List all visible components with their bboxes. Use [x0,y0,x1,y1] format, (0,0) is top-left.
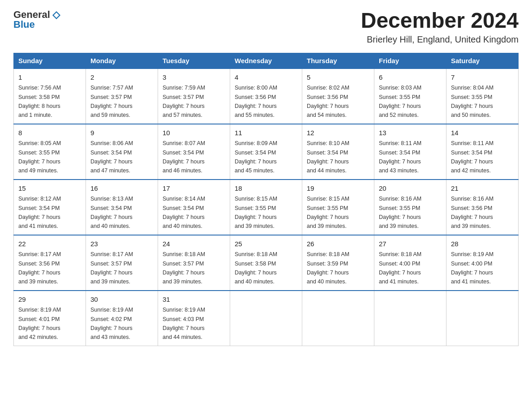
calendar-table: SundayMondayTuesdayWednesdayThursdayFrid… [13,53,519,346]
month-title: December 2024 [361,9,519,33]
day-number: 3 [163,73,225,83]
day-number: 21 [451,184,514,194]
calendar-cell: 3 Sunrise: 7:59 AMSunset: 3:57 PMDayligh… [158,68,230,124]
day-number: 18 [235,184,297,194]
day-info: Sunrise: 8:09 AMSunset: 3:54 PMDaylight:… [235,140,277,174]
calendar-cell: 20 Sunrise: 8:16 AMSunset: 3:55 PMDaylig… [374,180,446,235]
weekday-header-saturday: Saturday [446,53,519,68]
day-info: Sunrise: 8:19 AMSunset: 4:01 PMDaylight:… [18,307,61,340]
day-info: Sunrise: 8:14 AMSunset: 3:54 PMDaylight:… [163,196,205,229]
calendar-cell: 1 Sunrise: 7:56 AMSunset: 3:58 PMDayligh… [14,68,86,124]
day-number: 25 [235,239,297,249]
calendar-cell: 12 Sunrise: 8:10 AMSunset: 3:54 PMDaylig… [302,124,374,180]
calendar-cell: 4 Sunrise: 8:00 AMSunset: 3:56 PMDayligh… [230,68,302,124]
day-info: Sunrise: 8:19 AMSunset: 4:02 PMDaylight:… [90,307,133,340]
calendar-cell: 21 Sunrise: 8:16 AMSunset: 3:56 PMDaylig… [446,180,519,235]
day-info: Sunrise: 8:18 AMSunset: 3:59 PMDaylight:… [307,251,349,285]
day-info: Sunrise: 8:06 AMSunset: 3:54 PMDaylight:… [90,140,133,174]
day-number: 7 [451,73,514,83]
day-info: Sunrise: 8:02 AMSunset: 3:56 PMDaylight:… [307,85,349,118]
day-number: 6 [379,73,442,83]
day-number: 9 [90,128,153,138]
day-info: Sunrise: 8:17 AMSunset: 3:56 PMDaylight:… [18,251,61,285]
day-number: 22 [18,239,81,249]
day-number: 8 [18,128,81,138]
day-info: Sunrise: 8:17 AMSunset: 3:57 PMDaylight:… [90,251,133,285]
title-block: December 2024 Brierley Hill, England, Un… [361,9,519,45]
day-info: Sunrise: 7:57 AMSunset: 3:57 PMDaylight:… [90,85,133,118]
day-number: 5 [307,73,369,83]
calendar-cell: 24 Sunrise: 8:18 AMSunset: 3:57 PMDaylig… [158,235,230,291]
day-info: Sunrise: 8:04 AMSunset: 3:55 PMDaylight:… [451,85,493,118]
day-info: Sunrise: 7:59 AMSunset: 3:57 PMDaylight:… [163,85,205,118]
calendar-cell [374,291,446,346]
day-number: 1 [18,73,81,83]
day-info: Sunrise: 8:12 AMSunset: 3:54 PMDaylight:… [18,196,61,229]
calendar-cell: 25 Sunrise: 8:18 AMSunset: 3:58 PMDaylig… [230,235,302,291]
day-number: 31 [163,295,225,305]
calendar-cell: 15 Sunrise: 8:12 AMSunset: 3:54 PMDaylig… [14,180,86,235]
day-number: 2 [90,73,153,83]
calendar-cell: 9 Sunrise: 8:06 AMSunset: 3:54 PMDayligh… [86,124,158,180]
calendar-week-row: 15 Sunrise: 8:12 AMSunset: 3:54 PMDaylig… [14,180,519,235]
day-number: 27 [379,239,442,249]
calendar-cell: 22 Sunrise: 8:17 AMSunset: 3:56 PMDaylig… [14,235,86,291]
day-info: Sunrise: 8:18 AMSunset: 3:58 PMDaylight:… [235,251,277,285]
calendar-cell: 26 Sunrise: 8:18 AMSunset: 3:59 PMDaylig… [302,235,374,291]
calendar-cell: 29 Sunrise: 8:19 AMSunset: 4:01 PMDaylig… [14,291,86,346]
location-text: Brierley Hill, England, United Kingdom [361,34,519,45]
calendar-cell: 23 Sunrise: 8:17 AMSunset: 3:57 PMDaylig… [86,235,158,291]
day-info: Sunrise: 8:10 AMSunset: 3:54 PMDaylight:… [307,140,349,174]
calendar-cell: 2 Sunrise: 7:57 AMSunset: 3:57 PMDayligh… [86,68,158,124]
day-info: Sunrise: 8:15 AMSunset: 3:55 PMDaylight:… [307,196,349,229]
day-number: 10 [163,128,225,138]
calendar-cell: 18 Sunrise: 8:15 AMSunset: 3:55 PMDaylig… [230,180,302,235]
day-number: 30 [90,295,153,305]
day-info: Sunrise: 8:03 AMSunset: 3:55 PMDaylight:… [379,85,421,118]
calendar-week-row: 22 Sunrise: 8:17 AMSunset: 3:56 PMDaylig… [14,235,519,291]
logo-flag-icon [51,10,61,20]
calendar-cell [230,291,302,346]
weekday-header-friday: Friday [374,53,446,68]
day-info: Sunrise: 8:11 AMSunset: 3:54 PMDaylight:… [451,140,493,174]
day-number: 16 [90,184,153,194]
day-info: Sunrise: 8:15 AMSunset: 3:55 PMDaylight:… [235,196,277,229]
calendar-cell: 5 Sunrise: 8:02 AMSunset: 3:56 PMDayligh… [302,68,374,124]
calendar-cell [446,291,519,346]
day-number: 13 [379,128,442,138]
calendar-cell: 17 Sunrise: 8:14 AMSunset: 3:54 PMDaylig… [158,180,230,235]
logo-blue-text: Blue [13,19,35,30]
calendar-cell: 6 Sunrise: 8:03 AMSunset: 3:55 PMDayligh… [374,68,446,124]
day-number: 17 [163,184,225,194]
day-number: 20 [379,184,442,194]
day-info: Sunrise: 8:16 AMSunset: 3:55 PMDaylight:… [379,196,421,229]
calendar-cell: 7 Sunrise: 8:04 AMSunset: 3:55 PMDayligh… [446,68,519,124]
calendar-week-row: 1 Sunrise: 7:56 AMSunset: 3:58 PMDayligh… [14,68,519,124]
day-number: 15 [18,184,81,194]
day-info: Sunrise: 8:19 AMSunset: 4:00 PMDaylight:… [451,251,493,285]
day-number: 23 [90,239,153,249]
calendar-cell: 19 Sunrise: 8:15 AMSunset: 3:55 PMDaylig… [302,180,374,235]
calendar-cell: 30 Sunrise: 8:19 AMSunset: 4:02 PMDaylig… [86,291,158,346]
day-info: Sunrise: 8:00 AMSunset: 3:56 PMDaylight:… [235,85,277,118]
day-number: 4 [235,73,297,83]
day-number: 14 [451,128,514,138]
day-info: Sunrise: 8:18 AMSunset: 4:00 PMDaylight:… [379,251,421,285]
weekday-header-thursday: Thursday [302,53,374,68]
day-info: Sunrise: 8:07 AMSunset: 3:54 PMDaylight:… [163,140,205,174]
calendar-cell: 28 Sunrise: 8:19 AMSunset: 4:00 PMDaylig… [446,235,519,291]
day-number: 29 [18,295,81,305]
calendar-cell: 10 Sunrise: 8:07 AMSunset: 3:54 PMDaylig… [158,124,230,180]
calendar-cell: 31 Sunrise: 8:19 AMSunset: 4:03 PMDaylig… [158,291,230,346]
calendar-week-row: 29 Sunrise: 8:19 AMSunset: 4:01 PMDaylig… [14,291,519,346]
calendar-cell: 8 Sunrise: 8:05 AMSunset: 3:55 PMDayligh… [14,124,86,180]
calendar-cell [302,291,374,346]
calendar-cell: 11 Sunrise: 8:09 AMSunset: 3:54 PMDaylig… [230,124,302,180]
day-info: Sunrise: 8:18 AMSunset: 3:57 PMDaylight:… [163,251,205,285]
calendar-cell: 13 Sunrise: 8:11 AMSunset: 3:54 PMDaylig… [374,124,446,180]
day-info: Sunrise: 8:11 AMSunset: 3:54 PMDaylight:… [379,140,421,174]
day-number: 28 [451,239,514,249]
calendar-cell: 14 Sunrise: 8:11 AMSunset: 3:54 PMDaylig… [446,124,519,180]
calendar-cell: 27 Sunrise: 8:18 AMSunset: 4:00 PMDaylig… [374,235,446,291]
day-info: Sunrise: 8:13 AMSunset: 3:54 PMDaylight:… [90,196,133,229]
